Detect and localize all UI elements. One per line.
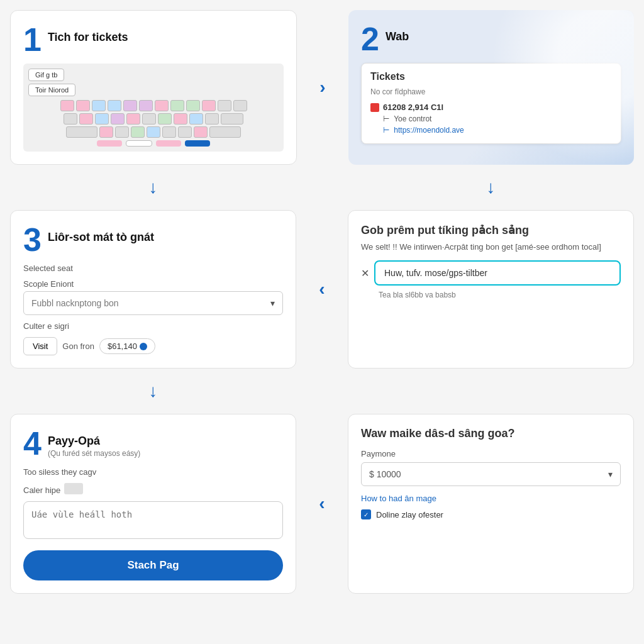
key[interactable] — [147, 126, 160, 138]
key[interactable] — [111, 113, 125, 125]
key[interactable] — [221, 113, 243, 125]
step1-title: Tich for tickets — [48, 23, 128, 44]
key[interactable] — [76, 100, 90, 111]
step3-gon-label: Gon fron — [62, 341, 94, 351]
key[interactable] — [174, 113, 187, 125]
key-bottom1[interactable] — [97, 140, 122, 147]
payment-price: $ 10000 — [369, 469, 401, 479]
key[interactable] — [92, 100, 106, 111]
key-shift-r[interactable] — [209, 126, 241, 138]
step3-select-placeholder: Fubbl nacknptong bon — [31, 298, 119, 308]
checkbox-label: Doline zlay ofester — [376, 510, 443, 519]
step1-header: 1 Tich for tickets — [23, 23, 284, 56]
key[interactable] — [95, 113, 109, 125]
ticket-item-1-text: 61208 2,914 C1l — [383, 103, 443, 112]
empty-spacer — [348, 374, 634, 409]
step3-select[interactable]: Fubbl nacknptong bon ▾ — [23, 291, 283, 315]
key[interactable] — [218, 100, 231, 111]
key[interactable] — [189, 113, 203, 125]
arrow-down-left-2: ↓ — [10, 374, 296, 409]
key[interactable] — [64, 113, 77, 125]
ticket-link-icon: ⊢ — [383, 126, 389, 135]
key[interactable] — [205, 113, 219, 125]
checkbox-icon[interactable]: ✓ — [361, 509, 371, 519]
key[interactable] — [233, 100, 247, 111]
step3-number: 3 — [23, 223, 42, 256]
step3-label3: Culter e sigri — [23, 321, 283, 331]
step3-card: 3 Liôr-sot mát tò gnát Selected seat Sco… — [10, 210, 296, 369]
chevron-down-payment-icon: ▾ — [608, 469, 613, 479]
key[interactable] — [202, 100, 216, 111]
key[interactable] — [142, 113, 156, 125]
keyboard-row-2 — [28, 113, 279, 125]
step4-title-wrap: Payy-Opá (Qu furéd sét maysos eásy) — [48, 427, 283, 458]
key[interactable] — [170, 100, 184, 111]
key-bottom2[interactable] — [126, 140, 152, 147]
visit-button[interactable]: Visit — [23, 337, 57, 355]
close-icon[interactable]: ✕ — [361, 267, 369, 279]
ticket-icon-red — [370, 103, 379, 112]
keyboard-bottom — [28, 140, 279, 147]
key[interactable] — [178, 126, 192, 138]
key[interactable] — [126, 113, 140, 125]
start-button[interactable]: Stach Pag — [23, 550, 283, 580]
key-bottom4[interactable] — [185, 140, 210, 147]
key[interactable] — [60, 100, 74, 111]
step3-label1: Selected seat — [23, 264, 283, 273]
url-input-wrap: ✕ — [361, 260, 621, 286]
page-container: 1 Tich for tickets Gif g tb Toir Niorod — [10, 10, 634, 594]
step3-right-subtitle: We selt! !! We intirwen·Acrpât ting bon … — [361, 242, 621, 252]
key[interactable] — [194, 126, 208, 138]
step3-right-card: Gob prêm put tíking pảch sảng We selt! !… — [348, 210, 634, 369]
key-shift[interactable] — [66, 126, 97, 138]
price-dot-icon — [140, 343, 147, 350]
step2-title: Wab — [386, 23, 409, 43]
row-1: 1 Tich for tickets Gif g tb Toir Niorod — [10, 10, 634, 165]
step1-number: 1 — [23, 23, 42, 56]
key[interactable] — [131, 126, 145, 138]
key[interactable] — [115, 126, 129, 138]
dropdown2[interactable]: Toir Niorod — [28, 84, 75, 96]
key-bottom3[interactable] — [156, 140, 181, 147]
key[interactable] — [158, 113, 172, 125]
step4-label1: Too siless they cagv — [23, 467, 283, 477]
key[interactable] — [155, 100, 169, 111]
key[interactable] — [123, 100, 137, 111]
step3-controls: Visit Gon fron $61,140 — [23, 337, 283, 355]
chevron-down-icon: ▾ — [270, 298, 275, 308]
how-link[interactable]: How to had ân mage — [361, 494, 621, 503]
url-hint: Tea bla sl6bb va babsb — [361, 291, 621, 299]
key[interactable] — [186, 100, 200, 111]
key[interactable] — [162, 126, 176, 138]
arrow-left-1: ‹ — [306, 210, 338, 369]
arrow-down-2: ↓ — [487, 170, 496, 205]
price-text: $61,140 — [108, 341, 137, 351]
color-swatch[interactable] — [64, 483, 83, 494]
step4-textarea[interactable] — [23, 501, 283, 539]
arrow-down-right-1: ↓ — [348, 170, 634, 205]
arrow-spacer — [306, 170, 338, 205]
arrow-left-2: ‹ — [306, 414, 338, 594]
step3-label2: Scople Eniont — [23, 279, 283, 289]
step2-card: 2 Wab Tickets No cor fîdphawe 61208 2,91… — [348, 10, 634, 165]
ticket-sub-text: Yoe controt — [394, 114, 431, 123]
checkbox-row: ✓ Doline zlay ofester — [361, 509, 621, 519]
payment-select[interactable]: $ 10000 ▾ — [361, 462, 621, 486]
step4-header: 4 Payy-Opá (Qu furéd sét maysos eásy) — [23, 427, 283, 460]
ticket-link-text[interactable]: https://moendold.ave — [394, 126, 464, 135]
key[interactable] — [108, 100, 121, 111]
url-input[interactable] — [374, 260, 621, 286]
key[interactable] — [79, 113, 93, 125]
arrow-down-1: ↓ — [149, 170, 158, 205]
row-2: 3 Liôr-sot mát tò gnát Selected seat Sco… — [10, 210, 634, 369]
step4-card: 4 Payy-Opá (Qu furéd sét maysos eásy) To… — [10, 414, 296, 594]
arrow-spacer-2 — [306, 374, 338, 409]
payment-label: Paymone — [361, 449, 621, 458]
step4-right-card: Waw maike dâs-d sâng goa? Paymone $ 1000… — [348, 414, 634, 594]
dropdown1[interactable]: Gif g tb — [28, 69, 64, 81]
step4-label2: Caler hipe — [23, 486, 60, 495]
key[interactable] — [139, 100, 153, 111]
cloud-decoration — [491, 10, 634, 165]
step4-subtitle: (Qu furéd sét maysos eásy) — [48, 449, 283, 458]
key[interactable] — [99, 126, 113, 138]
